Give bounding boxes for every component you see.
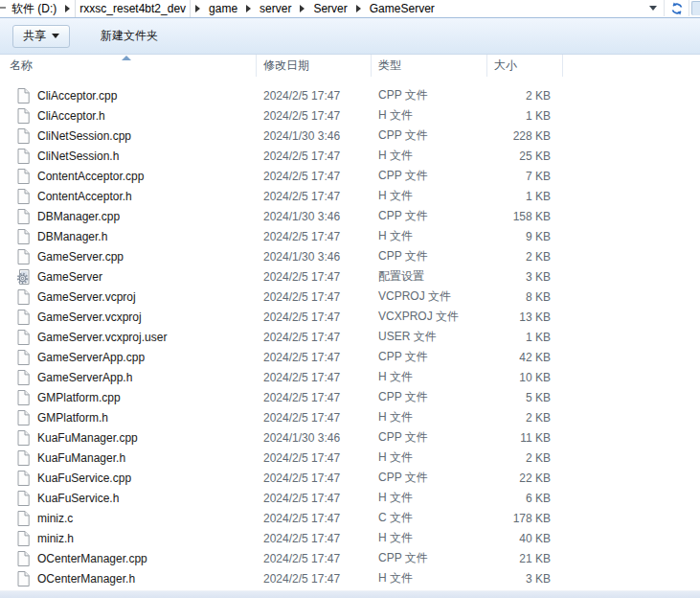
file-date-cell: 2024/1/30 3:46	[257, 431, 372, 445]
file-size-cell: 21 KB	[487, 552, 563, 565]
file-type-cell: USER 文件	[372, 329, 487, 345]
file-type-cell: H 文件	[372, 409, 487, 426]
file-type-cell: VCPROJ 文件	[372, 288, 487, 305]
file-row[interactable]: GameServer.vcproj 2024/2/5 17:47 VCPROJ …	[0, 287, 700, 307]
breadcrumb-item[interactable]: server	[256, 0, 295, 17]
file-row[interactable]: KuaFuManager.h 2024/2/5 17:47 H 文件 2 KB	[0, 448, 700, 468]
file-type-cell: CPP 文件	[372, 470, 487, 486]
file-name-cell: CliNetSession.h	[0, 149, 257, 164]
file-size-cell: 3 KB	[487, 572, 563, 586]
file-icon	[17, 430, 30, 446]
file-date-cell: 2024/2/5 17:47	[257, 371, 372, 384]
file-row[interactable]: CliAcceptor.h 2024/2/5 17:47 H 文件 1 KB	[0, 105, 700, 126]
file-row[interactable]: DBManager.cpp 2024/1/30 3:46 CPP 文件 158 …	[0, 206, 700, 226]
breadcrumb-item[interactable]: Server	[309, 0, 350, 17]
file-type-cell: H 文件	[372, 570, 487, 586]
new-folder-button[interactable]: 新建文件夹	[91, 25, 168, 48]
file-row[interactable]: GMPlatform.cpp 2024/2/5 17:47 CPP 文件 5 K…	[0, 387, 700, 407]
breadcrumb-item[interactable]: 软件 (D:)	[8, 0, 60, 17]
file-date-cell: 2024/2/5 17:47	[257, 89, 372, 103]
file-row[interactable]: GameServer.vcxproj.user 2024/2/5 17:47 U…	[0, 327, 700, 347]
file-row[interactable]: ContentAcceptor.h 2024/2/5 17:47 H 文件 1 …	[0, 186, 700, 206]
breadcrumb-item[interactable]: rxxsc_reset4bt2_dev	[75, 0, 191, 17]
file-date-cell: 2024/2/5 17:47	[257, 170, 372, 183]
file-date-cell: 2024/1/30 3:46	[257, 210, 372, 223]
file-type-cell: H 文件	[372, 490, 487, 506]
breadcrumb: 软件 (D:)rxxsc_reset4bt2_devgameserverServ…	[0, 0, 439, 17]
file-type-cell: H 文件	[372, 369, 487, 385]
file-date-cell: 2024/2/5 17:47	[257, 109, 372, 123]
file-icon	[17, 551, 30, 566]
file-icon	[17, 88, 30, 104]
file-icon	[17, 310, 30, 325]
file-row[interactable]: KuaFuManager.cpp 2024/1/30 3:46 CPP 文件 1…	[0, 427, 700, 448]
file-name-cell: GameServer	[0, 269, 257, 285]
file-row[interactable]: CliNetSession.h 2024/2/5 17:47 H 文件 25 K…	[0, 146, 700, 166]
file-size-cell: 1 KB	[487, 331, 563, 344]
breadcrumb-item-label: Server	[309, 2, 350, 15]
file-row[interactable]: CliAcceptor.cpp 2024/2/5 17:47 CPP 文件 2 …	[0, 85, 700, 105]
column-header-type[interactable]: 类型	[372, 55, 487, 77]
file-icon	[17, 128, 30, 144]
file-type-cell: H 文件	[372, 188, 487, 204]
file-icon	[17, 571, 30, 586]
file-row[interactable]: GMPlatform.h 2024/2/5 17:47 H 文件 2 KB	[0, 407, 700, 427]
file-date-cell: 2024/2/5 17:47	[257, 351, 372, 364]
file-icon	[17, 149, 30, 164]
file-row[interactable]: ContentAcceptor.cpp 2024/2/5 17:47 CPP 文…	[0, 166, 700, 186]
file-icon	[17, 390, 30, 405]
file-size-cell: 1 KB	[487, 190, 563, 203]
file-size-cell: 9 KB	[487, 230, 563, 243]
file-row[interactable]: CliNetSession.cpp 2024/1/30 3:46 CPP 文件 …	[0, 126, 700, 146]
search-box-edge[interactable]	[691, 1, 700, 15]
file-date-cell: 2024/2/5 17:47	[257, 270, 372, 284]
file-list: CliAcceptor.cpp 2024/2/5 17:47 CPP 文件 2 …	[0, 77, 700, 588]
breadcrumb-item[interactable]: game	[205, 0, 241, 17]
file-size-cell: 13 KB	[487, 310, 563, 324]
file-icon	[17, 169, 30, 184]
file-row[interactable]: GameServer.cpp 2024/1/30 3:46 CPP 文件 2 K…	[0, 246, 700, 266]
refresh-button[interactable]	[665, 0, 689, 16]
column-header-size[interactable]: 大小	[487, 55, 563, 77]
column-header-size-label: 大小	[494, 58, 517, 74]
file-icon	[17, 471, 30, 486]
file-size-cell: 3 KB	[487, 270, 563, 284]
file-name-cell: KuaFuService.cpp	[0, 471, 257, 486]
file-name-cell: KuaFuManager.cpp	[0, 430, 257, 446]
file-size-cell: 42 KB	[487, 351, 563, 364]
details-pane-edge	[0, 590, 700, 598]
file-row[interactable]: OCenterManager.cpp 2024/2/5 17:47 CPP 文件…	[0, 548, 700, 568]
file-icon	[17, 189, 30, 204]
file-row[interactable]: KuaFuService.cpp 2024/2/5 17:47 CPP 文件 2…	[0, 468, 700, 488]
file-type-cell: H 文件	[372, 228, 487, 244]
column-header-date[interactable]: 修改日期	[257, 55, 372, 77]
breadcrumb-separator-icon	[300, 5, 305, 12]
file-icon	[17, 410, 30, 426]
file-row[interactable]: miniz.h 2024/2/5 17:47 H 文件 40 KB	[0, 528, 700, 548]
file-row[interactable]: miniz.c 2024/2/5 17:47 C 文件 178 KB	[0, 508, 700, 528]
file-name-cell: OCenterManager.h	[0, 571, 257, 586]
new-folder-button-label: 新建文件夹	[101, 28, 158, 44]
address-bar: 软件 (D:)rxxsc_reset4bt2_devgameserverServ…	[0, 0, 700, 17]
file-row[interactable]: OCenterManager.h 2024/2/5 17:47 H 文件 3 K…	[0, 568, 700, 588]
file-row[interactable]: GameServerApp.h 2024/2/5 17:47 H 文件 10 K…	[0, 367, 700, 387]
file-size-cell: 10 KB	[487, 371, 563, 384]
file-icon	[17, 491, 30, 506]
file-size-cell: 2 KB	[487, 250, 563, 264]
breadcrumb-separator-icon	[246, 5, 251, 12]
file-name-cell: OCenterManager.cpp	[0, 551, 257, 566]
file-date-cell: 2024/2/5 17:47	[257, 532, 372, 545]
breadcrumb-item[interactable]: GameServer	[366, 0, 439, 17]
breadcrumb-separator-icon	[356, 5, 361, 12]
address-dropdown-button[interactable]	[642, 0, 665, 16]
file-name-cell: GameServer.vcproj	[0, 289, 257, 305]
file-row[interactable]: GameServer 2024/2/5 17:47 配置设置 3 KB	[0, 266, 700, 287]
column-header-name-label: 名称	[10, 58, 33, 74]
file-row[interactable]: DBManager.h 2024/2/5 17:47 H 文件 9 KB	[0, 226, 700, 246]
share-button[interactable]: 共享	[12, 25, 70, 48]
file-row[interactable]: GameServerApp.cpp 2024/2/5 17:47 CPP 文件 …	[0, 347, 700, 367]
file-date-cell: 2024/2/5 17:47	[257, 552, 372, 565]
file-row[interactable]: GameServer.vcxproj 2024/2/5 17:47 VCXPRO…	[0, 307, 700, 327]
file-row[interactable]: KuaFuService.h 2024/2/5 17:47 H 文件 6 KB	[0, 488, 700, 508]
file-size-cell: 5 KB	[487, 391, 563, 404]
